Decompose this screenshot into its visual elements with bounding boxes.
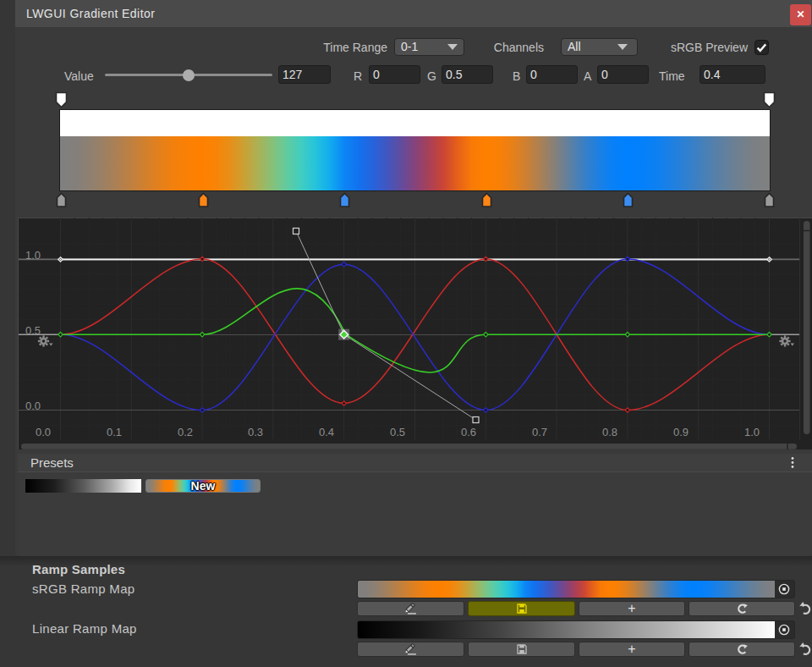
svg-text:0.0: 0.0 [25, 400, 41, 412]
svg-text:0.3: 0.3 [248, 426, 263, 438]
svg-text:0.8: 0.8 [602, 426, 617, 438]
svg-text:0.6: 0.6 [461, 426, 476, 438]
svg-text:0.1: 0.1 [107, 426, 122, 438]
svg-text:0.5: 0.5 [390, 426, 405, 438]
svg-text:0.2: 0.2 [178, 426, 193, 438]
svg-text:0.5: 0.5 [25, 324, 41, 337]
svg-text:1.0: 1.0 [744, 426, 760, 438]
svg-text:1.0: 1.0 [25, 249, 41, 262]
svg-text:0.4: 0.4 [319, 426, 334, 438]
svg-text:0.9: 0.9 [673, 426, 689, 438]
svg-text:0.0: 0.0 [36, 426, 51, 438]
svg-text:0.7: 0.7 [532, 426, 547, 438]
